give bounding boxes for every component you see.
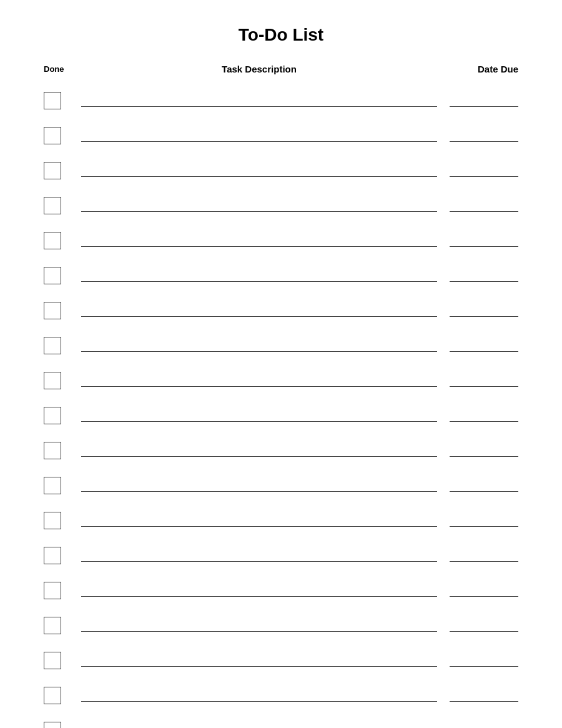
task-cell bbox=[81, 89, 450, 109]
table-row bbox=[44, 112, 518, 144]
date-input-line[interactable] bbox=[450, 369, 518, 387]
table-header: Done Task Description Date Due bbox=[44, 64, 518, 74]
table-row bbox=[44, 637, 518, 669]
task-input-line[interactable] bbox=[81, 334, 437, 352]
done-cell bbox=[44, 299, 81, 319]
done-cell bbox=[44, 89, 81, 109]
table-row bbox=[44, 462, 518, 494]
date-cell bbox=[450, 614, 518, 634]
done-checkbox[interactable] bbox=[44, 722, 61, 728]
done-cell bbox=[44, 509, 81, 529]
table-row bbox=[44, 182, 518, 214]
date-input-line[interactable] bbox=[450, 579, 518, 597]
date-input-line[interactable] bbox=[450, 719, 518, 728]
date-input-line[interactable] bbox=[450, 229, 518, 247]
date-input-line[interactable] bbox=[450, 474, 518, 492]
task-input-line[interactable] bbox=[81, 684, 437, 702]
done-checkbox[interactable] bbox=[44, 162, 61, 179]
date-input-line[interactable] bbox=[450, 194, 518, 212]
done-checkbox[interactable] bbox=[44, 267, 61, 284]
done-cell bbox=[44, 474, 81, 494]
done-checkbox[interactable] bbox=[44, 477, 61, 494]
date-cell bbox=[450, 159, 518, 179]
date-input-line[interactable] bbox=[450, 614, 518, 632]
date-input-line[interactable] bbox=[450, 334, 518, 352]
date-cell bbox=[450, 509, 518, 529]
done-checkbox[interactable] bbox=[44, 232, 61, 249]
done-checkbox[interactable] bbox=[44, 582, 61, 599]
done-cell bbox=[44, 159, 81, 179]
task-input-line[interactable] bbox=[81, 299, 437, 317]
date-input-line[interactable] bbox=[450, 159, 518, 177]
date-input-line[interactable] bbox=[450, 299, 518, 317]
done-cell bbox=[44, 649, 81, 669]
table-row bbox=[44, 602, 518, 634]
date-input-line[interactable] bbox=[450, 509, 518, 527]
table-row bbox=[44, 217, 518, 249]
task-input-line[interactable] bbox=[81, 649, 437, 667]
done-checkbox[interactable] bbox=[44, 547, 61, 564]
date-input-line[interactable] bbox=[450, 124, 518, 142]
table-row bbox=[44, 322, 518, 354]
task-input-line[interactable] bbox=[81, 229, 437, 247]
task-input-line[interactable] bbox=[81, 579, 437, 597]
done-checkbox[interactable] bbox=[44, 617, 61, 634]
date-input-line[interactable] bbox=[450, 89, 518, 107]
task-input-line[interactable] bbox=[81, 194, 437, 212]
task-input-line[interactable] bbox=[81, 614, 437, 632]
done-cell bbox=[44, 369, 81, 389]
done-checkbox[interactable] bbox=[44, 127, 61, 144]
done-cell bbox=[44, 579, 81, 599]
table-row bbox=[44, 707, 518, 728]
done-checkbox[interactable] bbox=[44, 92, 61, 109]
date-cell bbox=[450, 369, 518, 389]
date-input-line[interactable] bbox=[450, 439, 518, 457]
done-cell bbox=[44, 719, 81, 728]
done-checkbox[interactable] bbox=[44, 442, 61, 459]
done-cell bbox=[44, 544, 81, 564]
table-row bbox=[44, 392, 518, 424]
done-checkbox[interactable] bbox=[44, 687, 61, 704]
date-input-line[interactable] bbox=[450, 264, 518, 282]
date-cell bbox=[450, 579, 518, 599]
date-input-line[interactable] bbox=[450, 649, 518, 667]
done-cell bbox=[44, 194, 81, 214]
date-cell bbox=[450, 649, 518, 669]
task-input-line[interactable] bbox=[81, 159, 437, 177]
task-input-line[interactable] bbox=[81, 544, 437, 562]
done-checkbox[interactable] bbox=[44, 372, 61, 389]
done-checkbox[interactable] bbox=[44, 407, 61, 424]
date-cell bbox=[450, 544, 518, 564]
done-cell bbox=[44, 684, 81, 704]
done-cell bbox=[44, 439, 81, 459]
task-input-line[interactable] bbox=[81, 369, 437, 387]
task-cell bbox=[81, 649, 450, 669]
task-input-line[interactable] bbox=[81, 474, 437, 492]
date-input-line[interactable] bbox=[450, 544, 518, 562]
done-checkbox[interactable] bbox=[44, 302, 61, 319]
done-checkbox[interactable] bbox=[44, 197, 61, 214]
date-cell bbox=[450, 89, 518, 109]
done-checkbox[interactable] bbox=[44, 512, 61, 529]
task-input-line[interactable] bbox=[81, 89, 437, 107]
task-column-header: Task Description bbox=[81, 64, 450, 74]
task-input-line[interactable] bbox=[81, 439, 437, 457]
done-checkbox[interactable] bbox=[44, 337, 61, 354]
task-input-line[interactable] bbox=[81, 509, 437, 527]
task-cell bbox=[81, 369, 450, 389]
task-input-line[interactable] bbox=[81, 404, 437, 422]
task-input-line[interactable] bbox=[81, 719, 437, 728]
task-cell bbox=[81, 614, 450, 634]
date-input-line[interactable] bbox=[450, 684, 518, 702]
table-row bbox=[44, 287, 518, 319]
task-input-line[interactable] bbox=[81, 124, 437, 142]
date-cell bbox=[450, 719, 518, 728]
done-cell bbox=[44, 264, 81, 284]
done-checkbox[interactable] bbox=[44, 652, 61, 669]
task-cell bbox=[81, 194, 450, 214]
task-cell bbox=[81, 474, 450, 494]
date-input-line[interactable] bbox=[450, 404, 518, 422]
task-input-line[interactable] bbox=[81, 264, 437, 282]
done-cell bbox=[44, 124, 81, 144]
table-row bbox=[44, 147, 518, 179]
